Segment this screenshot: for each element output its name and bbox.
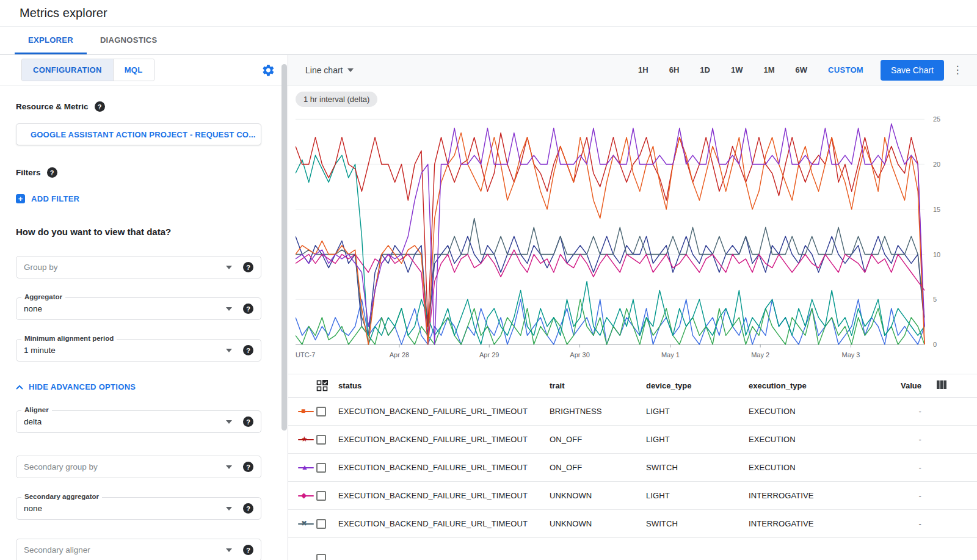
chevron-down-icon (226, 548, 232, 552)
secondary-aligner-help-icon[interactable]: ? (243, 545, 253, 555)
range-1m[interactable]: 1M (755, 62, 783, 78)
tab-explorer[interactable]: EXPLORER (15, 27, 87, 54)
secondary-group-by-help-icon[interactable]: ? (243, 462, 253, 472)
page-title: Metrics explorer (20, 6, 957, 20)
configuration-panel: CONFIGURATION MQL Resource & Metric ? GO… (0, 55, 288, 560)
cell-execution-type: EXECUTION (749, 407, 879, 416)
cell-value: - (879, 463, 921, 472)
table-row[interactable]: ■ EXECUTION_BACKEND_FAILURE_URL_TIMEOUT … (288, 398, 977, 426)
resource-metric-button-label: GOOGLE ASSISTANT ACTION PROJECT - REQUES… (31, 130, 256, 139)
plus-icon: + (16, 194, 25, 203)
aggregator-select[interactable]: Aggregator none ? (16, 297, 261, 320)
cell-status: EXECUTION_BACKEND_FAILURE_URL_TIMEOUT (338, 463, 550, 472)
group-by-select[interactable]: Group by ? (16, 256, 261, 278)
interval-chip: 1 hr interval (delta) (296, 92, 377, 107)
range-custom[interactable]: CUSTOM (819, 62, 872, 78)
page-header: Metrics explorer (0, 0, 977, 27)
svg-text:5: 5 (933, 296, 937, 303)
series-marker-triangle: ▲ (298, 464, 314, 472)
range-1d[interactable]: 1D (691, 62, 719, 78)
cell-trait: UNKNOWN (550, 491, 646, 500)
range-1w[interactable]: 1W (722, 62, 752, 78)
aligner-help-icon[interactable]: ? (243, 416, 253, 427)
chart-panel: Line chart 1H 6H 1D 1W 1M 6W CUSTOM Save… (288, 55, 977, 560)
config-mode-toggle: CONFIGURATION MQL (21, 59, 154, 81)
chevron-down-icon (226, 266, 232, 269)
svg-text:25: 25 (933, 115, 940, 123)
chevron-down-icon (226, 507, 232, 511)
table-row[interactable]: ◆ EXECUTION_BACKEND_FAILURE_URL_TIMEOUT … (288, 482, 977, 510)
column-header-execution-type[interactable]: execution_type (749, 381, 879, 390)
cell-value: - (879, 435, 921, 444)
column-header-value[interactable]: Value (879, 381, 921, 390)
config-mode-row: CONFIGURATION MQL (0, 55, 288, 85)
secondary-aggregator-select[interactable]: Secondary aggregator none ? (16, 497, 261, 520)
series-marker-diamond: ◆ (298, 492, 314, 500)
min-alignment-select[interactable]: Minimum alignment period 1 minute ? (16, 339, 261, 362)
configuration-mode-button[interactable]: CONFIGURATION (22, 59, 113, 81)
row-checkbox[interactable] (316, 407, 326, 416)
chart-region[interactable]: 1 hr interval (delta) 0510152025Apr 28Ap… (288, 85, 977, 365)
chart-type-select[interactable]: Line chart (305, 65, 354, 75)
group-by-help-icon[interactable]: ? (243, 262, 253, 272)
svg-text:Apr 28: Apr 28 (390, 351, 409, 358)
resource-metric-label: Resource & Metric ? (16, 101, 261, 112)
tab-bar: EXPLORER DIAGNOSTICS (0, 27, 977, 55)
table-row[interactable]: ▲ EXECUTION_BACKEND_FAILURE_URL_TIMEOUT … (288, 454, 977, 482)
row-checkbox[interactable] (316, 463, 326, 473)
time-range-group: 1H 6H 1D 1W 1M 6W CUSTOM Save Chart ⋮ (628, 60, 966, 81)
chart-toolbar: Line chart 1H 6H 1D 1W 1M 6W CUSTOM Save… (288, 55, 977, 85)
more-options-kebab-icon[interactable]: ⋮ (949, 65, 966, 75)
chevron-down-icon (226, 307, 232, 311)
cell-execution-type: EXECUTION (749, 435, 879, 444)
range-1h[interactable]: 1H (630, 62, 657, 78)
save-chart-button[interactable]: Save Chart (881, 60, 944, 81)
table-row[interactable]: ✖ EXECUTION_BACKEND_FAILURE_URL_TIMEOUT … (288, 510, 977, 538)
add-filter-button[interactable]: + ADD FILTER (16, 194, 261, 203)
cell-device-type: SWITCH (646, 519, 749, 528)
cell-status: EXECUTION_BACKEND_FAILURE_URL_TIMEOUT (338, 491, 550, 500)
aggregator-help-icon[interactable]: ? (243, 304, 253, 314)
resource-metric-help-icon[interactable]: ? (95, 101, 105, 112)
range-6w[interactable]: 6W (787, 62, 816, 78)
view-data-question: How do you want to view that data? (16, 227, 261, 237)
column-header-trait[interactable]: trait (550, 381, 646, 390)
series-marker-square: ■ (298, 407, 314, 416)
chevron-down-icon (226, 465, 232, 469)
left-panel-scrollbar[interactable] (281, 64, 287, 431)
secondary-group-by-select[interactable]: Secondary group by ? (16, 456, 261, 478)
resource-metric-button[interactable]: GOOGLE ASSISTANT ACTION PROJECT - REQUES… (16, 123, 261, 145)
cell-device-type: SWITCH (646, 463, 749, 472)
cell-execution-type: EXECUTION (749, 463, 879, 472)
secondary-aligner-select[interactable]: Secondary aligner ? (16, 539, 261, 560)
secondary-aggregator-help-icon[interactable]: ? (243, 503, 253, 514)
column-settings-icon[interactable] (936, 380, 947, 392)
min-alignment-help-icon[interactable]: ? (243, 345, 253, 355)
settings-gear-icon[interactable] (261, 63, 275, 78)
svg-text:May 2: May 2 (751, 351, 769, 358)
table-row-partial[interactable] (288, 538, 977, 559)
series-marker-x: ✖ (298, 520, 314, 528)
line-chart[interactable]: 0510152025Apr 28Apr 29Apr 30May 1May 2Ma… (296, 111, 970, 363)
hide-advanced-options-toggle[interactable]: HIDE ADVANCED OPTIONS (16, 382, 261, 391)
column-header-status[interactable]: status (338, 381, 550, 390)
row-checkbox[interactable] (316, 491, 326, 501)
row-checkbox[interactable] (316, 435, 326, 445)
svg-text:UTC-7: UTC-7 (296, 351, 315, 358)
filters-help-icon[interactable]: ? (47, 167, 57, 178)
range-6h[interactable]: 6H (661, 62, 688, 78)
row-checkbox[interactable] (316, 519, 326, 529)
row-checkbox[interactable] (316, 554, 326, 560)
legend-table: status trait device_type execution_type … (288, 374, 977, 559)
column-header-device-type[interactable]: device_type (646, 381, 749, 390)
select-all-icon[interactable] (316, 380, 338, 391)
tab-diagnostics[interactable]: DIAGNOSTICS (87, 27, 171, 54)
svg-text:Apr 30: Apr 30 (570, 351, 589, 358)
cell-status: EXECUTION_BACKEND_FAILURE_URL_TIMEOUT (338, 519, 550, 528)
svg-text:0: 0 (933, 341, 937, 348)
cell-trait: UNKNOWN (550, 519, 646, 528)
aligner-select[interactable]: Aligner delta ? (16, 410, 261, 433)
mql-mode-button[interactable]: MQL (113, 59, 154, 81)
svg-text:May 1: May 1 (661, 351, 680, 358)
table-row[interactable]: ★ EXECUTION_BACKEND_FAILURE_URL_TIMEOUT … (288, 426, 977, 454)
